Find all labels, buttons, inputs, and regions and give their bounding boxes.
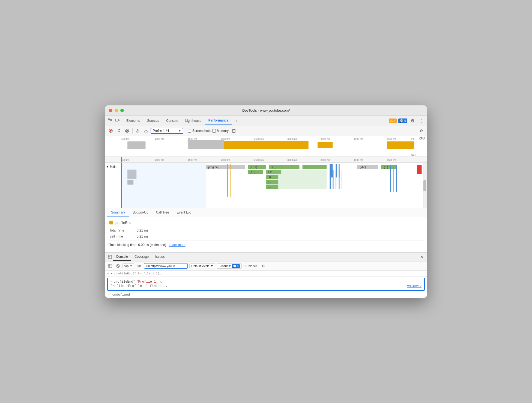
close-console-button[interactable]: ✕ <box>419 254 425 260</box>
tab-more[interactable]: » <box>232 117 241 124</box>
svg-text:500 ms: 500 ms <box>121 138 130 140</box>
svg-text:500 ms: 500 ms <box>121 159 130 161</box>
context-arrow-icon[interactable]: ▼ <box>130 265 132 268</box>
close-button[interactable] <box>109 109 112 112</box>
svg-rect-74 <box>333 170 333 189</box>
self-time-label: Self Time <box>109 235 137 238</box>
svg-rect-78 <box>390 165 391 192</box>
profile-name: Profile 1 #1 <box>153 129 177 133</box>
window-title: DevTools - www.youtube.com/ <box>242 108 290 112</box>
tab-coverage[interactable]: Coverage <box>131 253 152 261</box>
maximize-button[interactable] <box>120 109 124 112</box>
timeline-area: CPU 500 ms 1000 ms 1500 ms 2000 ms 2500 … <box>105 136 427 208</box>
svg-text:4000 ms: 4000 ms <box>354 159 363 161</box>
profile-end-icon <box>109 221 113 224</box>
svg-text:(...: (... <box>268 185 271 188</box>
main-thread-label: ▼ Main <box>106 165 116 168</box>
screenshots-checkbox[interactable] <box>188 129 191 133</box>
tab-sources[interactable]: Sources <box>144 117 162 124</box>
tab-lighthouse[interactable]: Lighthouse <box>182 117 205 124</box>
reload-button[interactable] <box>115 127 122 134</box>
warning-count: 4 <box>394 119 395 122</box>
profile-selector[interactable]: Profile 1 #1 ▼ <box>151 128 183 134</box>
console-arrow-icon: > <box>110 280 112 284</box>
svg-text:(...): (...) <box>306 166 310 169</box>
download-button[interactable] <box>142 127 150 134</box>
svg-rect-67 <box>266 175 278 179</box>
screenshots-checkbox-label[interactable]: Screenshots <box>188 129 211 133</box>
record-button[interactable] <box>107 127 114 134</box>
clear-console-icon[interactable] <box>115 263 121 269</box>
hidden-badge: 11 hidden <box>244 264 258 268</box>
warning-badge[interactable]: ⚠ 4 <box>389 118 397 123</box>
inspect-icon[interactable] <box>107 118 113 124</box>
settings-icon[interactable]: ⚙ <box>409 117 416 124</box>
svg-text:2500 ms: 2500 ms <box>254 138 264 140</box>
svg-rect-41 <box>206 157 206 162</box>
upload-button[interactable] <box>134 127 141 134</box>
svg-text:(program): (program) <box>207 166 219 169</box>
tab-event-log[interactable]: Event Log <box>173 208 195 217</box>
svg-text:3500 ms: 3500 ms <box>321 159 330 161</box>
filter-value: -url:https://www.you <box>145 264 172 268</box>
filter-input-group: -url:https://www.you ✕ <box>144 263 188 269</box>
console-settings-icon[interactable]: ⚙ <box>260 263 266 269</box>
chevron-down-icon: ▼ <box>178 129 181 132</box>
perf-settings-button[interactable]: ⚙ <box>418 127 425 134</box>
default-levels-dropdown[interactable]: Default levels ▼ <box>189 263 215 268</box>
svg-text:3000 ms: 3000 ms <box>287 138 297 140</box>
tab-performance[interactable]: Performance <box>205 117 232 125</box>
summary-tabs: Summary Bottom-Up Call Tree Event Log <box>105 208 427 217</box>
svg-rect-11 <box>232 130 235 132</box>
console-panel-icon[interactable] <box>107 254 113 260</box>
self-time-row: Self Time 0.21 ms <box>109 233 423 239</box>
tab-console[interactable]: Console <box>163 117 181 124</box>
eye-icon[interactable] <box>136 263 142 269</box>
svg-text:4500 ms: 4500 ms <box>387 138 396 140</box>
sidebar-toggle-icon[interactable] <box>107 263 113 269</box>
blocking-text: Total blocking time: 0.00ms (estimated) <box>109 243 166 247</box>
svg-text:(...): (...) <box>384 166 388 169</box>
performance-toolbar: Profile 1 #1 ▼ Screenshots Memory <box>105 126 427 136</box>
svg-text:1000 ms: 1000 ms <box>155 138 164 140</box>
self-time-value: 0.21 ms <box>137 235 148 238</box>
issues-count: 💬 5 <box>232 264 240 268</box>
more-icon[interactable]: ⋮ <box>418 117 425 124</box>
svg-rect-26 <box>224 141 309 149</box>
device-icon[interactable] <box>114 118 120 124</box>
total-blocking-row: Total blocking time: 0.00ms (estimated) … <box>109 241 423 249</box>
warning-icon: ⚠ <box>390 119 393 123</box>
svg-rect-40 <box>121 157 122 162</box>
console-entry: > profileEnd('Profile 1'); Profile 'Prof… <box>107 278 425 291</box>
memory-checkbox-label[interactable]: Memory <box>212 129 229 133</box>
tab-issues[interactable]: Issues <box>152 253 168 261</box>
svg-rect-73 <box>330 170 331 189</box>
traffic-lights <box>109 109 124 112</box>
svg-rect-80 <box>396 165 397 192</box>
minimize-button[interactable] <box>115 109 118 112</box>
svg-rect-4 <box>115 119 118 121</box>
tab-elements[interactable]: Elements <box>123 117 143 124</box>
tab-bottom-up[interactable]: Bottom-Up <box>129 208 152 217</box>
console-source-link[interactable]: VM3132:2 <box>407 285 422 288</box>
svg-text:4500 ms: 4500 ms <box>387 159 396 161</box>
svg-rect-81 <box>108 255 112 259</box>
profile-end-header: profileEnd <box>109 221 423 225</box>
memory-checkbox[interactable] <box>212 129 216 133</box>
tab-summary[interactable]: Summary <box>107 208 129 217</box>
issues-badge[interactable]: 5 Issues: 💬 5 <box>217 263 241 269</box>
svg-text:(a…s): (a…s) <box>250 166 257 169</box>
main-tab-bar: Elements Sources Console Lighthouse Perf… <box>105 116 427 126</box>
learn-more-link[interactable]: Learn more <box>169 243 185 247</box>
clear-button[interactable] <box>124 127 131 134</box>
info-badge[interactable]: 💬 5 <box>398 118 407 123</box>
tab-call-tree[interactable]: Call Tree <box>152 208 173 217</box>
svg-rect-77 <box>342 170 342 189</box>
delete-button[interactable] <box>230 127 237 134</box>
svg-rect-59 <box>381 165 396 169</box>
devtools-window: DevTools - www.youtube.com/ <box>105 105 427 298</box>
console-line-2: Profile 'Profile 1' finished. <box>110 284 168 289</box>
svg-text:1500 ms: 1500 ms <box>188 159 197 161</box>
tab-console-bottom[interactable]: Console <box>113 253 131 261</box>
filter-clear-icon[interactable]: ✕ <box>173 264 175 268</box>
